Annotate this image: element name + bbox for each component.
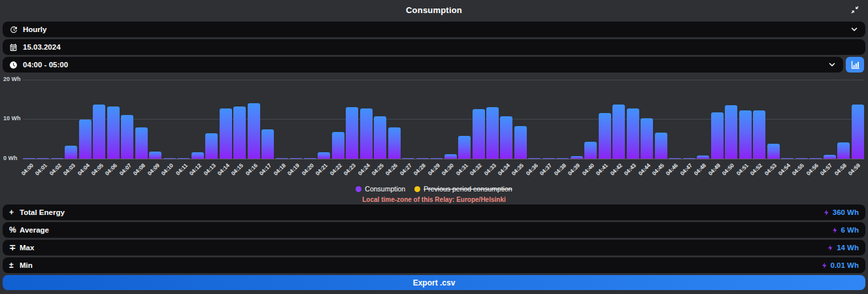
bar-04:23[interactable] [346, 107, 358, 159]
bar-04:19[interactable] [290, 158, 302, 159]
bar-04:27[interactable] [402, 158, 414, 159]
x-axis-label: 04:59 [847, 162, 861, 176]
legend-dot [356, 186, 361, 192]
bar-04:16[interactable] [248, 103, 260, 159]
bar-04:58[interactable] [837, 142, 850, 159]
stat-row-max[interactable]: ∓ Max 14 Wh [3, 240, 865, 255]
bar-04:52[interactable] [753, 110, 765, 159]
x-axis-label: 04:22 [328, 162, 342, 176]
bar-04:15[interactable] [233, 106, 246, 159]
bar-04:42[interactable] [612, 105, 625, 159]
lightning-icon [823, 209, 830, 216]
bar-04:53[interactable] [767, 144, 780, 159]
bar-04:28[interactable] [416, 158, 429, 159]
x-axis-label: 04:42 [609, 162, 623, 176]
x-axis-label: 04:37 [539, 162, 553, 176]
time-range-select[interactable]: 04:00 - 05:00 [3, 57, 843, 73]
bar-04:31[interactable] [458, 136, 471, 159]
bar-04:41[interactable] [599, 113, 611, 159]
bar-04:09[interactable] [149, 152, 161, 159]
bar-04:57[interactable] [824, 155, 836, 159]
bar-04:06[interactable] [107, 106, 120, 159]
x-axis: 04:0004:0104:0204:0304:0404:0504:0604:07… [23, 161, 864, 187]
bar-04:17[interactable] [261, 129, 274, 159]
bar-04:43[interactable] [627, 108, 639, 159]
x-axis-label: 04:32 [469, 162, 483, 176]
legend-item-previous[interactable]: Previous period consumption [414, 185, 512, 193]
bar-04:34[interactable] [500, 116, 512, 159]
bar-04:45[interactable] [655, 133, 667, 159]
bar-04:38[interactable] [556, 158, 569, 159]
bar-04:13[interactable] [205, 133, 218, 159]
bar-04:08[interactable] [135, 127, 148, 159]
export-csv-button[interactable]: Export .csv [3, 275, 865, 290]
bar-04:12[interactable] [192, 152, 204, 159]
bar-04:32[interactable] [473, 109, 485, 159]
stat-row-average[interactable]: % Average 6 Wh [3, 222, 865, 238]
bar-04:14[interactable] [220, 108, 232, 159]
bar-04:56[interactable] [809, 158, 822, 159]
stat-label: Total Energy [20, 208, 65, 216]
gridline-0 [23, 159, 864, 159]
bar-04:00[interactable] [23, 158, 35, 159]
bar-04:20[interactable] [304, 158, 316, 159]
x-axis-label: 04:00 [20, 162, 34, 176]
bar-04:24[interactable] [360, 108, 373, 159]
bar-04:59[interactable] [852, 105, 864, 159]
bar-04:25[interactable] [374, 116, 386, 159]
y-axis-tick: 0 Wh [3, 155, 18, 161]
bar-04:01[interactable] [37, 158, 49, 159]
bar-04:33[interactable] [486, 107, 499, 159]
legend-item-consumption[interactable]: Consumption [356, 185, 405, 193]
period-select[interactable]: Hourly [3, 22, 865, 37]
titlebar: Consumption [0, 0, 868, 20]
stat-row-min[interactable]: ± Min 0.01 Wh [3, 257, 865, 273]
bar-04:22[interactable] [332, 132, 344, 159]
plot-area [23, 80, 864, 159]
bar-04:10[interactable] [163, 158, 176, 159]
bar-04:11[interactable] [177, 158, 190, 159]
stat-label: Min [20, 261, 33, 269]
bar-04:05[interactable] [93, 105, 105, 159]
y-axis-tick: 10 Wh [3, 115, 21, 122]
legend-dot [414, 186, 420, 192]
bar-04:48[interactable] [697, 155, 709, 159]
bar-04:44[interactable] [641, 118, 653, 159]
bar-04:29[interactable] [430, 158, 442, 159]
x-axis-label: 04:33 [482, 162, 497, 176]
bar-04:46[interactable] [669, 158, 681, 159]
bar-04:35[interactable] [514, 126, 527, 159]
bar-04:30[interactable] [444, 154, 457, 159]
bar-04:47[interactable] [683, 158, 695, 159]
bar-04:04[interactable] [79, 120, 92, 159]
bar-04:55[interactable] [795, 158, 808, 159]
bar-04:39[interactable] [571, 156, 583, 159]
bar-04:54[interactable] [781, 158, 793, 159]
stat-row-total-energy[interactable]: + Total Energy 360 Wh [3, 204, 865, 220]
x-axis-label: 04:15 [230, 162, 244, 176]
bar-04:02[interactable] [51, 158, 63, 159]
x-axis-label: 04:02 [48, 162, 62, 176]
x-axis-label: 04:50 [721, 162, 735, 176]
x-axis-label: 04:43 [623, 162, 637, 176]
x-axis-label: 04:05 [90, 162, 105, 176]
lightning-icon [821, 262, 828, 269]
chart-type-button[interactable] [846, 57, 864, 73]
bar-04:21[interactable] [318, 152, 330, 159]
bar-04:03[interactable] [65, 146, 77, 159]
x-axis-label: 04:53 [763, 162, 777, 176]
bar-04:07[interactable] [121, 115, 133, 159]
bar-04:18[interactable] [276, 158, 288, 159]
x-axis-label: 04:26 [384, 162, 399, 176]
x-axis-label: 04:06 [104, 162, 118, 176]
collapse-button[interactable] [847, 3, 863, 17]
date-input[interactable]: 15.03.2024 [3, 39, 865, 55]
bar-04:50[interactable] [725, 105, 737, 159]
bar-04:51[interactable] [739, 110, 752, 159]
collapse-icon [850, 5, 860, 14]
bar-04:49[interactable] [711, 112, 724, 159]
bar-04:40[interactable] [584, 142, 597, 159]
bar-04:36[interactable] [528, 158, 541, 159]
bar-04:26[interactable] [388, 127, 401, 159]
bar-04:37[interactable] [542, 158, 555, 159]
